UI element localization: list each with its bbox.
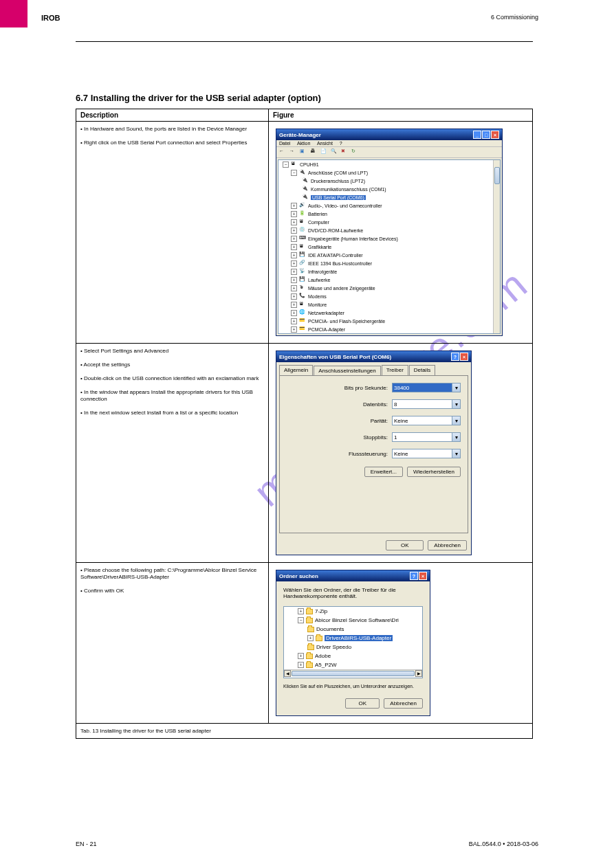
stopbits-label: Stoppbits: xyxy=(363,434,388,441)
mouse-icon: 🖱 xyxy=(299,285,306,291)
folder-icon xyxy=(306,618,313,623)
header-product: IROB xyxy=(41,14,61,22)
pcmcia-icon: 💳 xyxy=(299,318,306,324)
col-description: Description xyxy=(76,109,269,122)
scrollbar-horizontal[interactable]: ◀ ▶ xyxy=(284,669,422,676)
browse-titlebar: Ordner suchen ? × xyxy=(276,570,430,581)
cancel-button[interactable]: Abbrechen xyxy=(384,698,423,709)
doc-id: BAL.0544.0 • 2018-03-06 xyxy=(469,841,538,847)
help-button[interactable]: ? xyxy=(451,353,459,361)
col-figure: Figure xyxy=(269,109,533,122)
tab-port-settings[interactable]: Anschlusseinstellungen xyxy=(314,366,381,376)
hid-icon: ⌨ xyxy=(299,235,306,242)
back-icon[interactable]: ← xyxy=(279,148,287,156)
tab-driver[interactable]: Treiber xyxy=(382,365,408,375)
ok-button[interactable]: OK xyxy=(345,698,380,709)
port-icon: 🔌 xyxy=(302,177,309,184)
port-icon: 🔌 xyxy=(302,194,309,201)
close-button[interactable]: × xyxy=(419,572,427,580)
cancel-button[interactable]: Abbrechen xyxy=(428,540,467,550)
prop-icon[interactable]: 📄 xyxy=(320,148,328,156)
tab-general[interactable]: Allgemein xyxy=(279,365,313,375)
ir-icon: 📡 xyxy=(299,268,306,275)
computer-icon: 🖥 xyxy=(299,219,306,225)
advanced-button[interactable]: Erweitert... xyxy=(364,467,403,477)
databits-label: Datenbits: xyxy=(363,401,388,408)
device-manager-window: Geräte-Manager _ □ × Datei Aktion Ansich… xyxy=(276,129,503,336)
browse-folder-dialog: Ordner suchen ? × Wählen Sie den Ordner,… xyxy=(276,570,430,716)
parity-select[interactable]: Keine▾ xyxy=(392,416,461,425)
audio-icon: 🔊 xyxy=(299,202,306,209)
flowcontrol-label: Flusssteuerung: xyxy=(349,451,388,457)
devmgr-titlebar: Geräte-Manager _ □ × xyxy=(276,129,502,140)
uninstall-icon[interactable]: ✖ xyxy=(341,148,349,156)
folder-tree[interactable]: +7-Zip −Abicor Binzel Service Software\D… xyxy=(283,606,423,678)
properties-dialog: Eigenschaften von USB Serial Port (COM6)… xyxy=(276,350,472,555)
ieee-icon: 🔗 xyxy=(299,260,306,267)
chevron-down-icon: ▾ xyxy=(452,416,460,425)
logo xyxy=(0,0,28,27)
parity-label: Parität: xyxy=(371,418,388,424)
ide-icon: 💾 xyxy=(299,252,306,258)
scroll-left-icon[interactable]: ◀ xyxy=(284,670,291,677)
close-button[interactable]: × xyxy=(460,353,468,361)
monitor-icon[interactable]: ▣ xyxy=(300,148,307,156)
stopbits-select[interactable]: 1▾ xyxy=(392,432,461,442)
scroll-right-icon[interactable]: ▶ xyxy=(415,670,422,677)
browse-prompt: Wählen Sie den Ordner, der die Treiber f… xyxy=(283,587,423,599)
port-settings-panel: Bits pro Sekunde: 38400▾ Datenbits: 8▾ P… xyxy=(279,375,468,533)
instruction-table: Description Figure • In Hardware and Sou… xyxy=(76,109,533,739)
devmgr-toolbar[interactable]: ← → ▣ 🖶 📄 🔍 ✖ ↻ xyxy=(276,147,502,158)
chevron-down-icon: ▾ xyxy=(452,449,460,458)
header-rule xyxy=(76,41,533,42)
dvd-icon: 💿 xyxy=(299,227,306,234)
row1-desc: • In Hardware and Sound, the ports are l… xyxy=(76,122,269,344)
row3-desc: • Please choose the following path: C:\P… xyxy=(76,563,269,724)
chevron-down-icon: ▾ xyxy=(452,433,460,441)
row2-desc: • Select Port Settings and Advanced • Ac… xyxy=(76,344,269,563)
chevron-down-icon: ▾ xyxy=(452,400,460,408)
devmgr-menubar[interactable]: Datei Aktion Ansicht ? xyxy=(276,140,502,147)
ports-icon: 🔌 xyxy=(299,169,306,176)
databits-select[interactable]: 8▾ xyxy=(392,399,461,409)
computer-icon: 🖥 xyxy=(291,161,298,168)
selected-usb-port[interactable]: USB Serial Port (COM6) xyxy=(311,195,366,200)
close-button[interactable]: × xyxy=(491,131,499,139)
table-caption: Tab. 13 Installing the driver for the US… xyxy=(76,724,533,739)
ok-button[interactable]: OK xyxy=(386,540,424,550)
forward-icon[interactable]: → xyxy=(289,148,297,156)
help-button[interactable]: ? xyxy=(410,572,418,580)
flowcontrol-select[interactable]: Keine▾ xyxy=(392,449,461,458)
minimize-button[interactable]: _ xyxy=(473,131,481,139)
restore-defaults-button[interactable]: Wiederherstellen xyxy=(407,467,461,477)
device-tree[interactable]: −🖥CPUH91 −🔌Anschlüsse (COM und LPT) 🔌Dru… xyxy=(278,159,501,334)
modem-icon: 📞 xyxy=(299,293,306,300)
scan-icon[interactable]: 🔍 xyxy=(331,148,338,156)
browse-hint: Klicken Sie auf ein Pluszeichen, um Unte… xyxy=(283,684,423,689)
folder-icon xyxy=(307,627,314,632)
folder-icon xyxy=(316,636,322,641)
folder-icon xyxy=(306,609,313,614)
maximize-button[interactable]: □ xyxy=(482,131,490,139)
page-number: EN - 21 xyxy=(76,841,97,847)
network-icon: 🌐 xyxy=(299,309,306,316)
tab-details[interactable]: Details xyxy=(409,365,435,375)
port-icon: 🔌 xyxy=(302,186,309,192)
battery-icon: 🔋 xyxy=(299,210,306,217)
print-icon[interactable]: 🖶 xyxy=(310,148,318,156)
monitor-icon: 🖥 xyxy=(299,301,306,308)
display-icon: 🖥 xyxy=(299,243,306,250)
chevron-down-icon: ▾ xyxy=(452,383,460,392)
section-title: 6.7 Installing the driver for the USB se… xyxy=(76,93,321,103)
bps-select[interactable]: 38400▾ xyxy=(392,383,461,392)
update-icon[interactable]: ↻ xyxy=(351,148,359,156)
props-tabs[interactable]: Allgemein Anschlusseinstellungen Treiber… xyxy=(279,365,468,375)
header-section: 6 Commissioning xyxy=(491,14,538,21)
folder-icon xyxy=(306,654,313,659)
disk-icon: 💾 xyxy=(299,276,306,283)
scrollbar[interactable] xyxy=(493,160,500,333)
pcmcia-icon: 💳 xyxy=(299,326,306,333)
folder-icon xyxy=(306,663,313,668)
folder-icon xyxy=(307,645,314,650)
selected-driver-folder[interactable]: DriverABIRS-USB-Adapter xyxy=(325,635,393,641)
